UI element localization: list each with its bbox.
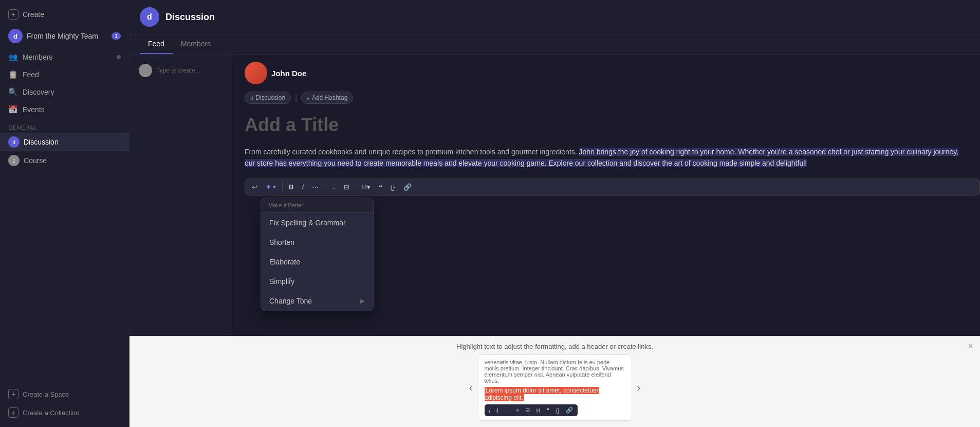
plus-icon: +	[8, 9, 19, 20]
preview-mini-toolbar: i I ⋮ ≡ ⊟ H ❝ {} 🔗	[485, 404, 578, 416]
nav-right-button[interactable]: ›	[637, 382, 641, 394]
tab-members[interactable]: Members	[173, 34, 219, 54]
mini-italic[interactable]: i	[487, 406, 492, 415]
ai-spelling-item[interactable]: Fix Spelling & Grammar	[261, 213, 373, 233]
section-general: General	[0, 118, 129, 133]
user-avatar	[245, 62, 267, 84]
mini-bold[interactable]: I	[494, 406, 500, 415]
mini-align[interactable]: ⊟	[523, 406, 532, 415]
events-icon: 📅	[8, 105, 17, 114]
sidebar-item-discovery[interactable]: 🔍 Discovery	[0, 83, 129, 101]
team-item[interactable]: d From the Mighty Team 1	[0, 24, 129, 48]
members-icon: 👥	[8, 52, 17, 62]
post-avatar	[139, 64, 152, 77]
user-name: John Doe	[271, 69, 306, 78]
ai-tone-item[interactable]: Change Tone ▶	[261, 291, 373, 311]
heading-button[interactable]: H▾	[359, 181, 374, 193]
preview-selected-text: Lorem ipsum dolor sit amet, consectetuer…	[485, 387, 599, 401]
ai-sparkle-icon: ✦	[266, 183, 271, 191]
more-button[interactable]: ⋯	[308, 181, 322, 193]
ai-simplify-item[interactable]: Simplify	[261, 272, 373, 291]
main-area: d Discussion Feed Members Type to create…	[130, 0, 980, 427]
mini-list[interactable]: ≡	[514, 406, 521, 415]
create-label: Create	[23, 10, 44, 19]
discussion-tag-icon: d	[250, 95, 253, 101]
discovery-icon: 🔍	[8, 87, 17, 97]
mini-link[interactable]: 🔗	[564, 406, 575, 415]
add-hashtag-label: Add Hashtag	[312, 94, 347, 101]
ai-elaborate-item[interactable]: Elaborate	[261, 252, 373, 272]
ai-button-arrow: ▾	[273, 184, 276, 190]
team-avatar: d	[8, 29, 23, 43]
discussion-tag[interactable]: d Discussion	[245, 92, 291, 104]
editor-tags: d Discussion | # Add Hashtag	[232, 92, 980, 109]
hashtag-icon: #	[307, 95, 310, 101]
list-button[interactable]: ≡	[328, 181, 339, 193]
ai-spelling-label: Fix Spelling & Grammar	[269, 219, 346, 227]
ai-dropdown: Make it Better Fix Spelling & Grammar Sh…	[261, 198, 374, 311]
add-hashtag-tag[interactable]: # Add Hashtag	[301, 92, 354, 104]
members-dot	[117, 55, 121, 59]
create-space-button[interactable]: + Create a Space	[0, 385, 129, 403]
ai-button[interactable]: ✦ ▾	[262, 181, 280, 193]
members-label: Members	[23, 53, 52, 61]
bottom-panel: Highlight text to adjust the formatting,…	[130, 336, 980, 427]
sidebar-item-events[interactable]: 📅 Events	[0, 101, 129, 118]
code-button[interactable]: {}	[387, 181, 399, 193]
link-button[interactable]: 🔗	[400, 181, 415, 193]
feed-icon: 📋	[8, 70, 17, 79]
preview-card: venenatis vitae, justo. Nullam dictum fe…	[478, 354, 632, 421]
discussion-channel-icon: d	[8, 136, 20, 148]
hint-text: Highlight text to adjust the formatting,…	[140, 343, 970, 350]
channel-discussion[interactable]: d Discussion	[0, 133, 129, 151]
tag-divider: |	[295, 94, 297, 102]
editor-top-bar: John Doe	[232, 55, 980, 92]
discussion-channel-label: Discussion	[24, 138, 59, 146]
team-badge: 1	[112, 32, 121, 40]
sidebar-item-feed[interactable]: 📋 Feed	[0, 66, 129, 83]
create-button[interactable]: + Create	[0, 5, 129, 24]
toolbar-sep-3	[356, 182, 356, 191]
tab-feed[interactable]: Feed	[140, 34, 173, 54]
create-collection-icon: +	[8, 407, 19, 418]
create-space-label: Create a Space	[23, 390, 69, 398]
preview-area: ‹ venenatis vitae, justo. Nullam dictum …	[140, 354, 970, 421]
discovery-label: Discovery	[23, 88, 54, 96]
toolbar-sep-1	[282, 182, 283, 191]
chevron-right-icon: ▶	[360, 297, 365, 305]
course-channel-icon: c	[8, 155, 20, 166]
editor-title[interactable]: Add a Title	[232, 109, 980, 141]
sidebar-item-members[interactable]: 👥 Members	[0, 48, 129, 66]
mini-heading[interactable]: H	[534, 406, 542, 415]
create-space-icon: +	[8, 389, 19, 399]
body-text-normal: From carefully curated cookbooks and uni…	[245, 148, 579, 156]
close-button[interactable]: ×	[968, 342, 973, 351]
create-collection-button[interactable]: + Create a Collection	[0, 403, 129, 422]
nav-left-button[interactable]: ‹	[469, 382, 473, 394]
undo-button[interactable]: ↩	[248, 181, 261, 193]
preview-text-before: venenatis vitae, justo. Nullam dictum fe…	[485, 359, 625, 384]
events-label: Events	[23, 105, 45, 114]
feed-label: Feed	[23, 70, 39, 79]
editor-body[interactable]: From carefully curated cookbooks and uni…	[232, 141, 980, 174]
post-list-new[interactable]: Type to create...	[135, 60, 227, 81]
editor-toolbar: ↩ ✦ ▾ B I ⋯ ≡ ⊟ H▾ ❝ {} 🔗 Make it	[245, 179, 980, 195]
mini-more[interactable]: ⋮	[502, 406, 512, 415]
channel-course[interactable]: c Course	[0, 151, 129, 170]
sidebar-bottom: + Create a Space + Create a Collection	[0, 385, 129, 422]
post-list-label: Type to create...	[156, 67, 200, 74]
bold-button[interactable]: B	[285, 181, 297, 193]
channel-header-avatar: d	[140, 7, 159, 27]
ai-shorten-item[interactable]: Shorten	[261, 233, 373, 252]
toolbar-sep-2	[325, 182, 325, 191]
discussion-tag-label: Discussion	[255, 94, 285, 101]
ai-elaborate-label: Elaborate	[269, 258, 300, 266]
italic-button[interactable]: I	[298, 181, 307, 193]
align-button[interactable]: ⊟	[340, 181, 353, 193]
quote-button[interactable]: ❝	[375, 181, 386, 193]
channel-header-title: Discussion	[165, 12, 215, 23]
channel-tabs: Feed Members	[130, 34, 980, 55]
team-name: From the Mighty Team	[27, 32, 98, 40]
mini-quote[interactable]: ❝	[544, 406, 551, 415]
mini-code[interactable]: {}	[553, 406, 561, 415]
